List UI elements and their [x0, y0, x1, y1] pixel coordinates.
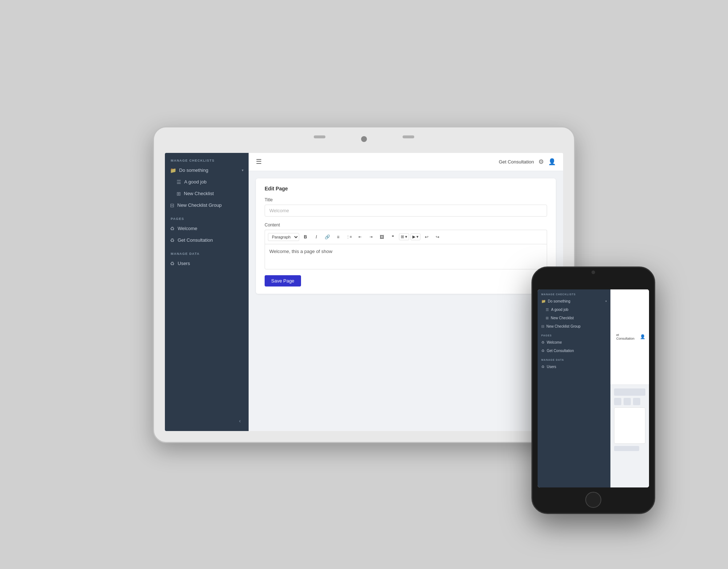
- phone-new-checklist-group-label: New Checklist Group: [546, 324, 581, 328]
- get-consultation-label: Get Consultation: [178, 237, 213, 243]
- phone-new-checklist-label: New Checklist: [551, 316, 574, 320]
- outdent-button[interactable]: ⇤: [355, 232, 365, 242]
- italic-button[interactable]: I: [312, 232, 321, 242]
- tablet-right-button: [403, 135, 414, 138]
- phone-user-icon[interactable]: 👤: [640, 334, 645, 339]
- hamburger-icon[interactable]: ☰: [256, 158, 262, 166]
- sidebar-item-get-consultation[interactable]: ♻ Get Consultation: [165, 234, 249, 246]
- undo-button[interactable]: ↩: [422, 232, 431, 242]
- sidebar-item-new-checklist[interactable]: ⊞ New Checklist: [165, 188, 249, 199]
- title-input[interactable]: Welcome: [265, 205, 547, 217]
- pages-section: PAGES: [165, 211, 249, 223]
- phone-consultation-icon: ♻: [541, 349, 545, 353]
- tablet-screen: MANAGE CHECKLISTS 📁 Do something ▾ ☰ A g…: [165, 153, 563, 431]
- editor-toolbar: Paragraph B I 🔗 ≡ ⋮≡ ⇤ ⇥ 🖼 ❝: [265, 230, 547, 244]
- phone-toolbar-icon-3: [633, 398, 640, 405]
- paragraph-select[interactable]: Paragraph: [268, 233, 299, 241]
- phone-pages-section: PAGES: [538, 331, 610, 338]
- phone-frame: MANAGE CHECKLISTS 📁 Do something ▾ ☰ A g…: [531, 266, 655, 514]
- settings-icon[interactable]: ⚙: [538, 158, 544, 166]
- phone-sidebar-get-consultation[interactable]: ♻ Get Consultation: [538, 347, 610, 355]
- phone-camera: [592, 270, 595, 274]
- phone-sidebar-users[interactable]: ♻ Users: [538, 363, 610, 371]
- link-button[interactable]: 🔗: [323, 232, 332, 242]
- media-button[interactable]: ▶ ▾: [411, 233, 420, 240]
- manage-checklists-section: MANAGE CHECKLISTS: [165, 153, 249, 165]
- sidebar-item-a-good-job[interactable]: ☰ A good job: [165, 176, 249, 188]
- new-checklist-group-label: New Checklist Group: [177, 202, 222, 208]
- new-checklist-icon: ⊞: [177, 191, 181, 197]
- quote-button[interactable]: ❝: [388, 232, 397, 242]
- phone-content-bar-2: [614, 446, 639, 451]
- phone-sidebar-a-good-job[interactable]: ☰ A good job: [538, 305, 610, 314]
- phone-get-consultation-label: Get Consultation: [547, 349, 574, 353]
- title-label: Title: [265, 197, 547, 202]
- phone-get-consultation-link[interactable]: et Consultation: [616, 333, 638, 340]
- content-area: Edit Page Title Welcome Content Paragrap…: [249, 171, 563, 431]
- editor-content: Welcome, this a page of show: [269, 249, 332, 254]
- phone-welcome-label: Welcome: [547, 340, 562, 344]
- phone-welcome-icon: ♻: [541, 340, 545, 344]
- phone-content: [610, 385, 649, 487]
- phone-editor-area: [614, 407, 645, 444]
- sidebar-collapse-button[interactable]: ‹: [236, 416, 244, 425]
- sidebar-item-welcome[interactable]: ♻ Welcome: [165, 223, 249, 234]
- user-profile-icon[interactable]: 👤: [548, 158, 556, 166]
- editor-body[interactable]: Welcome, this a page of show: [265, 244, 547, 269]
- phone-topbar: et Consultation 👤: [610, 289, 649, 385]
- folder-icon: 📁: [170, 167, 176, 173]
- new-group-icon: ⊟: [170, 202, 174, 208]
- indent-button[interactable]: ⇥: [366, 232, 376, 242]
- save-page-button[interactable]: Save Page: [265, 275, 301, 287]
- phone-do-something-label: Do something: [548, 299, 570, 303]
- collapse-icon: ‹: [239, 418, 241, 424]
- phone-sidebar-welcome[interactable]: ♻ Welcome: [538, 338, 610, 347]
- bold-button[interactable]: B: [301, 232, 310, 242]
- phone-home-button[interactable]: [585, 492, 601, 508]
- welcome-label: Welcome: [178, 226, 197, 231]
- sidebar-item-new-checklist-group[interactable]: ⊟ New Checklist Group: [165, 199, 249, 211]
- table-button[interactable]: ⊞ ▾: [399, 233, 409, 240]
- image-button[interactable]: 🖼: [377, 232, 387, 242]
- unordered-list-button[interactable]: ≡: [333, 232, 343, 242]
- phone-manage-data-section: MANAGE DATA: [538, 355, 610, 363]
- checklist-icon: ☰: [177, 179, 181, 185]
- topbar: ☰ Get Consultation ⚙ 👤: [249, 153, 563, 171]
- phone-new-checklist-icon: ⊞: [546, 316, 549, 320]
- do-something-label: Do something: [179, 167, 208, 173]
- phone-notch: [570, 268, 617, 278]
- main-area: ☰ Get Consultation ⚙ 👤 Edit Page Title W…: [249, 153, 563, 431]
- chevron-down-icon: ▾: [242, 168, 244, 172]
- content-label: Content: [265, 222, 547, 228]
- users-icon: ♻: [170, 261, 175, 266]
- users-label: Users: [178, 261, 190, 266]
- new-checklist-label: New Checklist: [184, 191, 214, 196]
- welcome-icon: ♻: [170, 226, 175, 232]
- app-layout: MANAGE CHECKLISTS 📁 Do something ▾ ☰ A g…: [165, 153, 563, 431]
- phone-content-bar-1: [614, 388, 645, 396]
- tablet-camera: [361, 136, 367, 142]
- sidebar-item-do-something[interactable]: 📁 Do something ▾: [165, 165, 249, 176]
- phone-checklist-icon: ☰: [546, 308, 549, 312]
- phone-app: MANAGE CHECKLISTS 📁 Do something ▾ ☰ A g…: [538, 289, 649, 487]
- redo-button[interactable]: ↪: [433, 232, 442, 242]
- phone-sidebar-new-checklist-group[interactable]: ⊟ New Checklist Group: [538, 322, 610, 331]
- phone-new-group-icon: ⊟: [541, 324, 544, 328]
- phone-sidebar-new-checklist[interactable]: ⊞ New Checklist: [538, 314, 610, 322]
- tablet-frame: MANAGE CHECKLISTS 📁 Do something ▾ ☰ A g…: [153, 126, 575, 443]
- phone-users-icon: ♻: [541, 365, 545, 369]
- phone-manage-checklists-section: MANAGE CHECKLISTS: [538, 289, 610, 297]
- phone-toolbar-row: [614, 398, 645, 405]
- phone-toolbar-icon-1: [614, 398, 621, 405]
- get-consultation-link[interactable]: Get Consultation: [499, 159, 534, 165]
- phone-a-good-job-label: A good job: [551, 308, 568, 312]
- manage-data-section: MANAGE DATA: [165, 246, 249, 258]
- phone-chevron-icon: ▾: [605, 300, 607, 303]
- phone-sidebar-do-something[interactable]: 📁 Do something ▾: [538, 297, 610, 305]
- phone-screen: MANAGE CHECKLISTS 📁 Do something ▾ ☰ A g…: [538, 289, 649, 487]
- sidebar-item-users[interactable]: ♻ Users: [165, 258, 249, 269]
- ordered-list-button[interactable]: ⋮≡: [344, 232, 354, 242]
- tablet-left-button: [314, 135, 325, 138]
- phone-folder-icon: 📁: [541, 299, 546, 303]
- phone-sidebar: MANAGE CHECKLISTS 📁 Do something ▾ ☰ A g…: [538, 289, 610, 487]
